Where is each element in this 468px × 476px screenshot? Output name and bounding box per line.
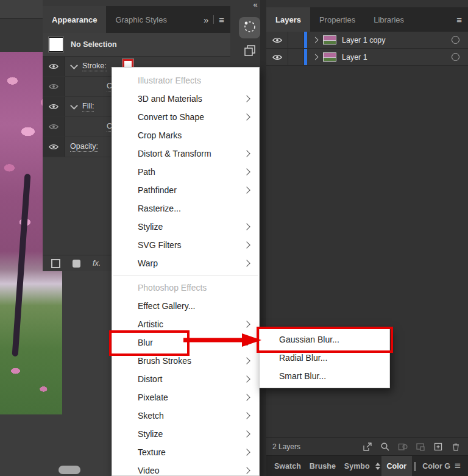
menu-item-effect-gallery[interactable]: Effect Gallery... — [112, 297, 259, 315]
chevron-down-icon[interactable] — [70, 102, 78, 110]
layer-row[interactable]: Layer 1 copy — [266, 32, 468, 49]
submenu-chevron-icon — [243, 113, 250, 120]
visibility-toggle[interactable] — [43, 77, 65, 96]
menu-item-smart-blur[interactable]: Smart Blur... — [260, 367, 389, 385]
tab-swatches[interactable]: Swatch — [270, 462, 305, 471]
menu-item-label: Crop Marks — [138, 130, 182, 140]
sort-arrows-icon[interactable] — [375, 463, 380, 470]
menu-item-sketch[interactable]: Sketch — [112, 407, 259, 425]
visibility-toggle[interactable] — [43, 57, 65, 76]
panel-menu-icon[interactable]: ≡ — [455, 460, 468, 472]
submenu-chevron-icon — [243, 394, 250, 400]
tab-color-guide[interactable]: Color G — [418, 462, 455, 471]
eye-icon — [49, 104, 58, 110]
menu-item-convert-to-shape[interactable]: Convert to Shape — [112, 108, 259, 126]
layer-thumbnail[interactable] — [323, 35, 336, 44]
tab-brushes[interactable]: Brushe — [305, 462, 340, 471]
stroke-label[interactable]: Stroke: — [82, 62, 107, 71]
eye-icon — [49, 124, 58, 130]
menu-item-texture[interactable]: Texture — [112, 443, 259, 461]
tab-properties[interactable]: Properties — [310, 7, 364, 32]
tab-color[interactable]: Color — [381, 456, 413, 476]
highlight-box-blur — [109, 330, 190, 356]
menu-item-distort-transform[interactable]: Distort & Transform — [112, 144, 259, 163]
tab-libraries[interactable]: Libraries — [364, 7, 413, 32]
tab-symbols[interactable]: Symbo — [340, 462, 374, 471]
menu-item-stylize-illustrator[interactable]: Stylize — [112, 218, 259, 236]
menu-item-label: Artistic — [138, 319, 163, 329]
menu-item-label: Rasterize... — [138, 204, 181, 213]
current-color-swatch[interactable] — [414, 462, 416, 471]
target-circle-icon[interactable] — [452, 53, 459, 61]
opacity-label[interactable]: Opacity: — [70, 142, 98, 152]
new-sublayer-icon[interactable] — [416, 442, 425, 452]
submenu-chevron-icon — [243, 412, 250, 419]
collapsed-panel-button-1[interactable] — [239, 17, 260, 38]
layer-name[interactable]: Layer 1 — [342, 53, 367, 62]
collect-for-export-icon[interactable] — [363, 442, 372, 452]
collapsed-panel-button-2[interactable] — [241, 43, 259, 61]
collapsed-panels-strip: Swatch Brushe Symbo Color Color G ≡ — [266, 455, 468, 476]
menu-section-header: Photoshop Effects — [112, 279, 259, 297]
panel-overflow-icon[interactable]: » — [204, 15, 208, 25]
delete-layer-icon[interactable] — [451, 442, 461, 452]
visibility-toggle[interactable] — [266, 32, 288, 48]
eye-icon — [49, 63, 58, 69]
scrollbar-thumb[interactable] — [58, 466, 80, 474]
layer-row[interactable]: Layer 1 — [266, 49, 468, 66]
dock-tabbar: Layers Properties Libraries ≡ — [266, 7, 468, 32]
add-new-fill-icon[interactable] — [73, 260, 80, 268]
visibility-toggle[interactable] — [266, 49, 288, 65]
tab-layers[interactable]: Layers — [266, 7, 310, 32]
visibility-toggle[interactable] — [43, 137, 65, 157]
target-circle-icon[interactable] — [452, 36, 459, 44]
expand-layer-chevron[interactable] — [307, 38, 323, 42]
submenu-chevron-icon — [243, 430, 250, 437]
menu-item-warp[interactable]: Warp — [112, 254, 259, 272]
annotation-arrow-icon — [182, 332, 264, 350]
make-clipping-mask-icon[interactable] — [398, 442, 408, 452]
submenu-chevron-icon — [243, 449, 250, 455]
menu-item-stylize-photoshop[interactable]: Stylize — [112, 425, 259, 443]
chevron-down-icon[interactable] — [70, 62, 78, 69]
fill-label[interactable]: Fill: — [82, 102, 94, 112]
menu-item-crop-marks[interactable]: Crop Marks — [112, 126, 259, 144]
tab-appearance[interactable]: Appearance — [43, 6, 106, 33]
menu-item-svg-filters[interactable]: SVG Filters — [112, 236, 259, 254]
pasteboard — [0, 414, 62, 476]
visibility-toggle[interactable] — [43, 97, 65, 116]
tree-trunk — [12, 174, 31, 357]
menu-item-distort[interactable]: Distort — [112, 370, 259, 388]
menu-item-label: Convert to Shape — [138, 112, 204, 122]
menu-item-label: Warp — [138, 258, 158, 268]
menu-item-3d-and-materials[interactable]: 3D and Materials — [112, 90, 259, 108]
submenu-chevron-icon — [243, 186, 250, 193]
menu-item-rasterize[interactable]: Rasterize... — [112, 199, 259, 218]
expand-layer-chevron[interactable] — [307, 55, 323, 59]
layer-name[interactable]: Layer 1 copy — [342, 36, 386, 44]
no-selection-row: No Selection — [43, 33, 230, 57]
submenu-chevron-icon — [243, 95, 250, 102]
add-effect-button[interactable]: fx. — [93, 259, 101, 268]
dashed-circle-icon — [243, 20, 257, 36]
lock-toggle[interactable] — [288, 49, 304, 65]
panel-menu-icon[interactable]: ≡ — [456, 15, 462, 25]
tab-graphic-styles[interactable]: Graphic Styles — [106, 6, 176, 33]
submenu-chevron-icon — [243, 467, 250, 474]
lock-toggle[interactable] — [288, 32, 304, 48]
menu-item-label: SVG Filters — [138, 240, 182, 250]
eye-icon — [49, 83, 58, 90]
menu-item-path[interactable]: Path — [112, 163, 259, 181]
visibility-toggle[interactable] — [43, 117, 65, 137]
top-left-toolbar-strip — [0, 0, 43, 19]
menu-item-label: Pixelate — [138, 393, 168, 402]
locate-object-icon[interactable] — [380, 442, 390, 452]
menu-item-pixelate[interactable]: Pixelate — [112, 388, 259, 407]
menu-item-video[interactable]: Video — [112, 461, 259, 476]
menu-item-pathfinder[interactable]: Pathfinder — [112, 181, 259, 199]
layer-thumbnail[interactable] — [323, 52, 336, 62]
add-new-stroke-icon[interactable] — [51, 259, 60, 268]
layer-count-label: 2 Layers — [266, 442, 300, 451]
new-layer-icon[interactable] — [433, 442, 443, 452]
panel-menu-icon[interactable]: ≡ — [219, 15, 224, 25]
